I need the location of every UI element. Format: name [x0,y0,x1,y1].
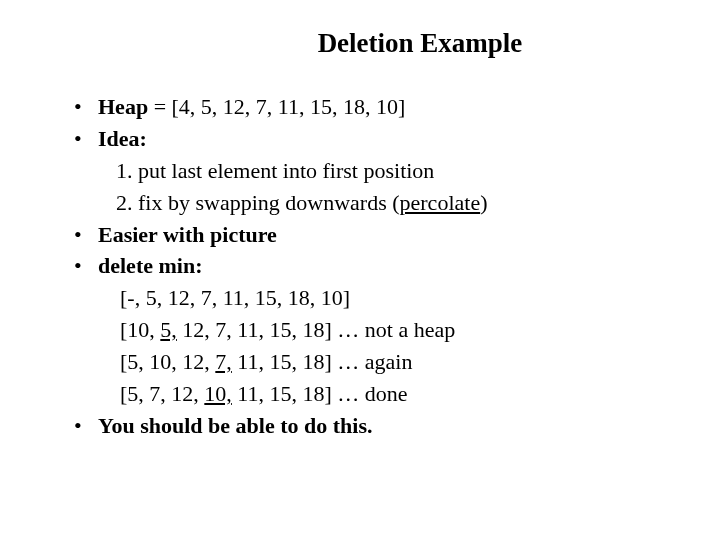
dm-line-3b: 11, 15, 18] … again [232,349,413,374]
dm-line-4a: [5, 7, 12, [120,381,204,406]
idea-step-2-pre: 2. fix by swapping downwards ( [116,190,400,215]
dm-line-2u: 5, [160,317,177,342]
easier-text: Easier with picture [98,222,277,247]
idea-step-1: 1. put last element into first position [98,155,670,187]
closing-text: You should be able to do this. [98,413,372,438]
dm-line-3: [5, 10, 12, 7, 11, 15, 18] … again [98,346,670,378]
slide: Deletion Example Heap = [4, 5, 12, 7, 11… [0,0,720,540]
dm-line-2b: 12, 7, 11, 15, 18] … not a heap [177,317,455,342]
bullet-list: Heap = [4, 5, 12, 7, 11, 15, 18, 10] Ide… [70,91,670,442]
dm-line-2: [10, 5, 12, 7, 11, 15, 18] … not a heap [98,314,670,346]
heap-label: Heap [98,94,148,119]
slide-title: Deletion Example [70,28,670,59]
dm-line-3u: 7, [215,349,232,374]
dm-line-4u: 10, [204,381,232,406]
dm-line-4b: 11, 15, 18] … done [232,381,408,406]
idea-label: Idea: [98,126,147,151]
delete-min-label: delete min: [98,253,202,278]
bullet-easier: Easier with picture [70,219,670,251]
dm-line-4: [5, 7, 12, 10, 11, 15, 18] … done [98,378,670,410]
heap-value: = [4, 5, 12, 7, 11, 15, 18, 10] [148,94,405,119]
bullet-delete-min: delete min: [-, 5, 12, 7, 11, 15, 18, 10… [70,250,670,409]
dm-line-1: [-, 5, 12, 7, 11, 15, 18, 10] [98,282,670,314]
dm-line-3a: [5, 10, 12, [120,349,215,374]
bullet-heap: Heap = [4, 5, 12, 7, 11, 15, 18, 10] [70,91,670,123]
idea-step-2-underlined: percolate [400,190,481,215]
idea-step-2-post: ) [480,190,487,215]
idea-step-2: 2. fix by swapping downwards (percolate) [98,187,670,219]
bullet-closing: You should be able to do this. [70,410,670,442]
dm-line-2a: [10, [120,317,160,342]
bullet-idea: Idea: 1. put last element into first pos… [70,123,670,219]
